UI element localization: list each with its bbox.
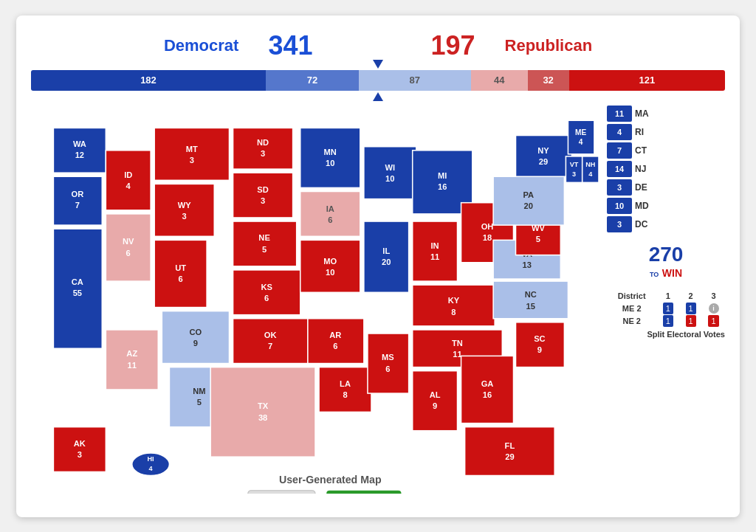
- split-state-NE: NE 2: [607, 315, 656, 327]
- split-ME-1: 1: [663, 303, 673, 314]
- small-state-DC-box: 3: [607, 216, 632, 232]
- svg-text:12: 12: [75, 150, 84, 159]
- svg-text:NC: NC: [525, 290, 537, 299]
- svg-text:8: 8: [343, 390, 347, 399]
- split-col-district: District: [607, 290, 656, 302]
- split-NE-2: 1: [686, 315, 696, 327]
- svg-text:29: 29: [539, 157, 548, 166]
- small-state-DE-label: DE: [635, 182, 657, 193]
- state-TX[interactable]: [210, 367, 315, 457]
- svg-text:SC: SC: [534, 334, 545, 343]
- svg-text:AL: AL: [430, 390, 441, 399]
- svg-text:11: 11: [128, 360, 137, 369]
- small-state-CT[interactable]: 7 CT: [607, 142, 725, 159]
- logo-to: TO: [650, 271, 659, 278]
- svg-text:NM: NM: [193, 387, 205, 395]
- svg-text:KS: KS: [261, 283, 272, 291]
- bar-182: 182: [31, 70, 266, 91]
- reset-map-btn-bg[interactable]: [248, 490, 315, 494]
- svg-text:3: 3: [182, 211, 187, 220]
- svg-text:5: 5: [197, 398, 202, 407]
- small-state-DC[interactable]: 3 DC: [607, 216, 725, 232]
- state-NY[interactable]: [516, 135, 572, 176]
- split-row-ME[interactable]: ME 2 1 1 i: [607, 302, 725, 315]
- state-UT[interactable]: [154, 240, 207, 307]
- small-state-MA-label: MA: [635, 108, 657, 119]
- small-states-list: 11 MA 4 RI 7 CT 14 NJ 3 DE: [607, 106, 725, 232]
- svg-text:10: 10: [326, 267, 334, 276]
- state-MT[interactable]: [154, 128, 229, 180]
- dem-label: Democrat: [164, 36, 238, 55]
- svg-text:AK: AK: [74, 438, 86, 447]
- svg-text:MS: MS: [382, 353, 394, 362]
- state-KS[interactable]: [233, 269, 300, 314]
- split-col-1: 1: [656, 290, 679, 302]
- svg-text:ND: ND: [257, 137, 269, 146]
- small-state-CT-label: CT: [635, 145, 657, 156]
- split-col-2: 2: [679, 290, 702, 302]
- state-GA[interactable]: [461, 356, 514, 423]
- state-NV[interactable]: [106, 213, 151, 280]
- state-NC[interactable]: [493, 281, 568, 319]
- bar-87: 87: [359, 70, 471, 91]
- svg-text:IN: IN: [431, 241, 439, 249]
- header: Democrat 341 197 Republican: [31, 30, 725, 61]
- svg-text:9: 9: [433, 401, 437, 410]
- state-WY[interactable]: [154, 184, 214, 236]
- svg-text:TN: TN: [452, 339, 463, 348]
- state-IA[interactable]: [300, 191, 360, 236]
- split-NE-3: 1: [708, 315, 718, 327]
- right-panel: 11 MA 4 RI 7 CT 14 NJ 3 DE: [607, 106, 725, 497]
- svg-text:LA: LA: [340, 379, 351, 387]
- svg-text:13: 13: [523, 260, 532, 269]
- state-AK[interactable]: [53, 426, 106, 471]
- map-label-text: User-Generated Map: [279, 473, 382, 485]
- map-area: WA 12 OR 7 CA 55 ID 4 NV 6: [31, 106, 725, 497]
- state-OK[interactable]: [233, 318, 308, 363]
- state-MN[interactable]: [300, 128, 360, 187]
- state-SC[interactable]: [516, 322, 565, 367]
- small-state-MA[interactable]: 11 MA: [607, 106, 725, 122]
- split-table: District 1 2 3 ME 2 1 1 i: [607, 290, 725, 339]
- small-state-NJ[interactable]: 14 NJ: [607, 161, 725, 177]
- small-state-RI[interactable]: 4 RI: [607, 124, 725, 140]
- small-state-RI-box: 4: [607, 124, 632, 140]
- state-WI[interactable]: [364, 146, 416, 198]
- state-NE[interactable]: [233, 221, 297, 266]
- bar-44: 44: [471, 70, 528, 91]
- state-IN[interactable]: [413, 221, 458, 281]
- split-info-icon[interactable]: i: [709, 303, 719, 314]
- svg-text:CO: CO: [190, 328, 202, 336]
- state-LA[interactable]: [319, 367, 371, 412]
- split-row-NE[interactable]: NE 2 1 1 1: [607, 315, 725, 327]
- svg-text:6: 6: [264, 294, 269, 303]
- dem-count: 341: [268, 30, 312, 61]
- progress-wrapper: 182 72 87 44 32 121: [31, 70, 725, 91]
- svg-text:OH: OH: [481, 222, 494, 231]
- svg-text:9: 9: [537, 345, 542, 354]
- marker-up: [373, 92, 383, 101]
- svg-text:5: 5: [262, 244, 267, 253]
- svg-text:7: 7: [268, 342, 272, 350]
- small-state-DE[interactable]: 3 DE: [607, 179, 725, 196]
- state-ID[interactable]: [106, 150, 151, 210]
- state-MO[interactable]: [300, 240, 360, 292]
- svg-text:MI: MI: [438, 171, 447, 180]
- state-FL[interactable]: [465, 426, 555, 475]
- main-container: Democrat 341 197 Republican 182 72 87 44…: [16, 15, 740, 517]
- split-ME-2: 1: [686, 303, 696, 314]
- progress-bar: 182 72 87 44 32 121: [31, 70, 725, 91]
- state-SD[interactable]: [233, 173, 293, 218]
- svg-text:3: 3: [261, 148, 265, 157]
- state-KY[interactable]: [413, 285, 495, 326]
- state-MS[interactable]: [368, 334, 409, 393]
- state-CO[interactable]: [162, 311, 229, 363]
- svg-text:ME: ME: [575, 128, 586, 136]
- state-AR[interactable]: [308, 318, 364, 363]
- state-AZ[interactable]: [106, 329, 158, 389]
- state-AL[interactable]: [413, 370, 458, 430]
- svg-text:10: 10: [385, 174, 394, 183]
- small-state-MD[interactable]: 10 MD: [607, 198, 725, 214]
- small-state-NJ-label: NJ: [635, 164, 657, 174]
- share-map-btn-bg[interactable]: [326, 490, 401, 494]
